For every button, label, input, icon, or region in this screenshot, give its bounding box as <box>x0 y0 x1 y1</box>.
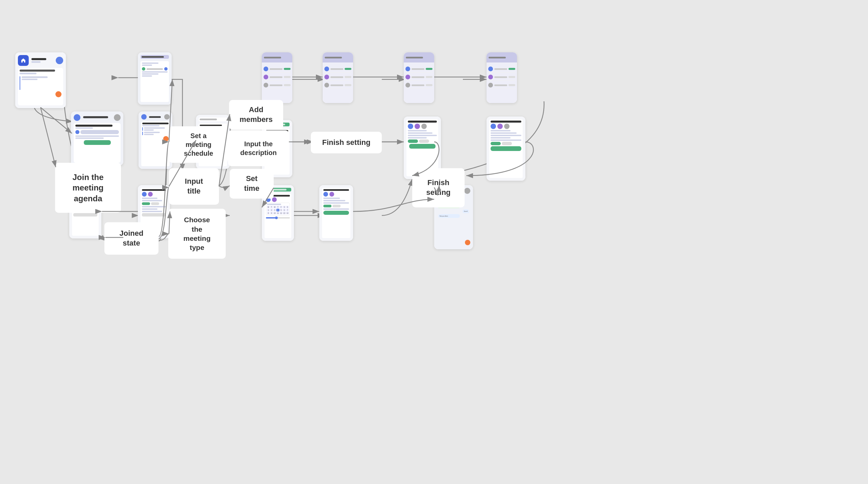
flowchart-canvas: QW ER TY AS DF G Z XC V ⌫ space ↩ <box>0 0 868 484</box>
label-input-title: Input title <box>169 168 219 205</box>
card-f2f <box>71 111 123 165</box>
home-icon-box <box>18 55 29 66</box>
card-add-members-2 <box>323 52 353 103</box>
card-home <box>15 52 66 108</box>
card-add-members-3 <box>404 52 434 103</box>
label-joined-state: Joined state <box>104 222 158 255</box>
card-meeting-schedule <box>139 111 172 169</box>
label-input-description: Input the description <box>228 130 289 166</box>
card-add-members <box>262 52 292 103</box>
card-add-members-4 <box>487 52 517 103</box>
svg-line-4 <box>41 107 56 167</box>
card-final-top <box>487 117 525 181</box>
chat-bubble-2: Got it! <box>463 209 469 213</box>
label-choose-meeting: Choose the meeting type <box>168 209 226 259</box>
card-planguru-top-center <box>138 52 172 105</box>
label-add-members: Add members <box>229 100 283 130</box>
card-bottom-finish <box>319 185 353 241</box>
label-join-meeting: Join the meeting agenda <box>55 163 121 213</box>
chat-bubble-3: See you there <box>438 214 460 218</box>
svg-line-5 <box>41 107 72 133</box>
label-set-time: Set time <box>230 169 274 199</box>
label-finish-setting-center: Finish setting <box>311 132 382 153</box>
label-finish-setting-right: Finish setting <box>412 168 465 207</box>
label-set-meeting: Set a meeting schedule <box>169 126 228 163</box>
